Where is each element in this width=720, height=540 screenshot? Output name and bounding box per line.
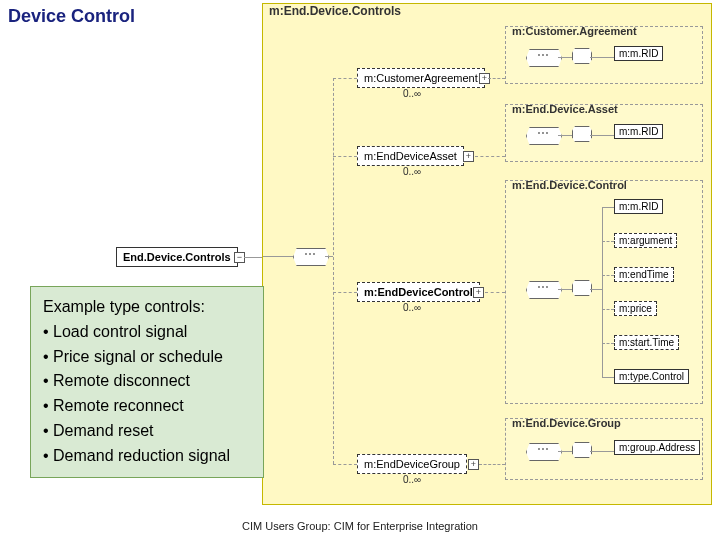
example-item: • Demand reduction signal [43, 444, 251, 469]
sequence-connector-icon [526, 127, 562, 145]
cardinality-label: 0..∞ [403, 88, 421, 99]
attr-box: m:group.Address [614, 440, 700, 455]
root-element: End.Device.Controls [116, 247, 238, 267]
group-label: m:End.Device.Control [512, 179, 627, 191]
sequence-connector-icon [526, 49, 562, 67]
choice-connector-icon [572, 48, 592, 64]
attr-box: m:start.Time [614, 335, 679, 350]
group-end-device-group: m:End.Device.Group m:group.Address [505, 418, 703, 480]
attr-box: m:type.Control [614, 369, 689, 384]
expand-icon: + [473, 287, 484, 298]
sequence-connector-icon [293, 248, 329, 266]
choice-connector-icon [572, 280, 592, 296]
attr-box: m:m.RID [614, 124, 663, 139]
group-label: m:End.Device.Group [512, 417, 621, 429]
entity-customer-agreement: m:CustomerAgreement [357, 68, 485, 88]
example-callout: Example type controls: • Load control si… [30, 286, 264, 478]
panel-root-label: m:End.Device.Controls [269, 4, 401, 18]
page-title: Device Control [8, 6, 135, 27]
cardinality-label: 0..∞ [403, 166, 421, 177]
attr-box: m:endTime [614, 267, 674, 282]
sequence-connector-icon [526, 443, 562, 461]
example-item: • Remote disconnect [43, 369, 251, 394]
cardinality-label: 0..∞ [403, 474, 421, 485]
group-end-device-asset: m:End.Device.Asset m:m.RID [505, 104, 703, 162]
entity-end-device-control: m:EndDeviceControl [357, 282, 480, 302]
attr-box: m:price [614, 301, 657, 316]
entity-end-device-group: m:EndDeviceGroup [357, 454, 467, 474]
attr-box: m:m.RID [614, 46, 663, 61]
entity-end-device-asset: m:EndDeviceAsset [357, 146, 464, 166]
choice-connector-icon [572, 126, 592, 142]
choice-connector-icon [572, 442, 592, 458]
attr-box: m:argument [614, 233, 677, 248]
expand-icon: + [468, 459, 479, 470]
group-label: m:End.Device.Asset [512, 103, 618, 115]
schema-panel: m:End.Device.Controls m:Customer.Agreeme… [262, 3, 712, 505]
group-customer-agreement: m:Customer.Agreement m:m.RID [505, 26, 703, 84]
expand-icon: + [463, 151, 474, 162]
footer-text: CIM Users Group: CIM for Enterprise Inte… [0, 520, 720, 532]
cardinality-label: 0..∞ [403, 302, 421, 313]
example-heading: Example type controls: [43, 295, 251, 320]
example-item: • Remote reconnect [43, 394, 251, 419]
example-item: • Demand reset [43, 419, 251, 444]
group-label: m:Customer.Agreement [512, 25, 637, 37]
group-end-device-control: m:End.Device.Control m:m.RID m:argument … [505, 180, 703, 404]
sequence-connector-icon [526, 281, 562, 299]
example-item: • Price signal or schedule [43, 345, 251, 370]
example-item: • Load control signal [43, 320, 251, 345]
attr-box: m:m.RID [614, 199, 663, 214]
